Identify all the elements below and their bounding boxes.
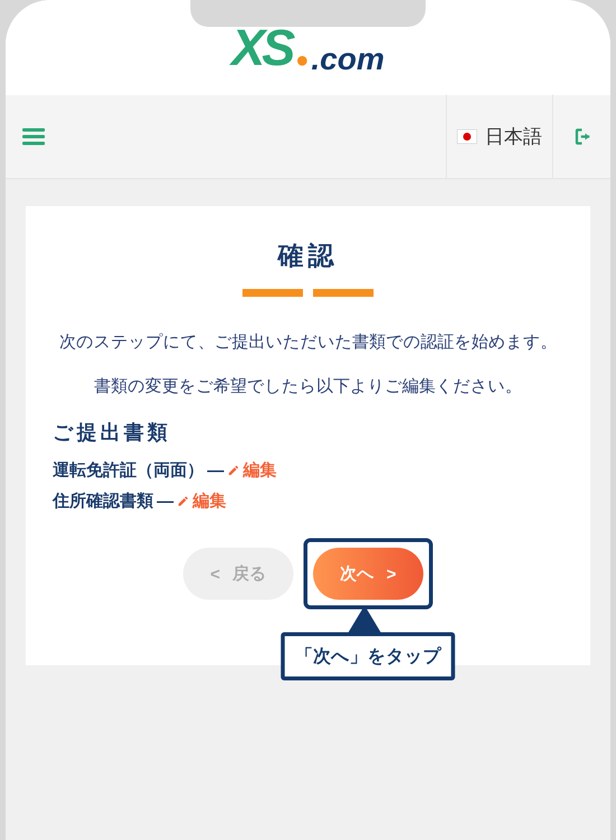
brand-suffix: ●.com [296, 40, 385, 77]
back-button[interactable]: < 戻る [183, 548, 293, 600]
button-row: < 戻る 次へ > 「次へ」をタップ [53, 538, 563, 609]
doc-sep: — [207, 461, 224, 480]
content-area: 確認 次のステップにて、ご提出いただいた書類での認証を始めます。 書類の変更をご… [6, 179, 610, 840]
title-underline [53, 289, 563, 297]
doc-label: 運転免許証（両面） [53, 459, 204, 482]
confirm-card: 確認 次のステップにて、ご提出いただいた書類での認証を始めます。 書類の変更をご… [26, 206, 590, 665]
callout-arrow-icon [348, 605, 381, 633]
edit-link[interactable]: 編集 [177, 489, 226, 512]
next-button[interactable]: 次へ > [313, 548, 423, 600]
paragraph-1: 次のステップにて、ご提出いただいた書類での認証を始めます。 [53, 327, 563, 356]
phone-notch [190, 0, 426, 27]
doc-row: 運転免許証（両面） — 編集 [53, 459, 563, 482]
chevron-right-icon: > [386, 564, 396, 584]
doc-label: 住所確認書類 [53, 489, 153, 512]
flag-japan-icon [457, 129, 477, 144]
menu-icon[interactable] [22, 128, 45, 145]
pencil-icon [227, 464, 240, 477]
doc-sep: — [157, 492, 174, 511]
documents-title: ご提出書類 [53, 419, 563, 446]
brand-logo: XS ●.com [232, 19, 385, 77]
brand-xs: XS [232, 19, 292, 77]
logout-icon[interactable] [573, 127, 594, 147]
language-label: 日本語 [485, 124, 542, 150]
language-selector[interactable]: 日本語 [446, 95, 553, 179]
paragraph-2: 書類の変更をご希望でしたら以下よりご編集ください。 [53, 371, 563, 400]
page-title: 確認 [53, 239, 563, 273]
callout-label: 「次へ」をタップ [281, 632, 455, 680]
pencil-icon [177, 495, 189, 507]
chevron-left-icon: < [210, 564, 220, 584]
doc-row: 住所確認書類 — 編集 [53, 489, 563, 512]
top-nav: 日本語 [6, 95, 610, 179]
next-button-highlight: 次へ > 「次へ」をタップ [304, 538, 433, 609]
edit-link[interactable]: 編集 [227, 459, 277, 482]
